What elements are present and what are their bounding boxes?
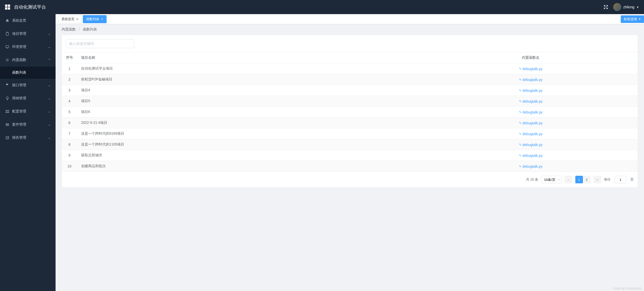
chevron-down-icon: ⌄	[48, 32, 51, 36]
cell-index: 10	[62, 161, 77, 172]
tab-options-button[interactable]: 标签选项 ▼	[621, 15, 644, 23]
cell-name: 项目4	[77, 85, 424, 96]
cell-name: 项目6	[77, 107, 424, 118]
table-row: 9获取总部城市✎debugtalk.py	[62, 150, 638, 161]
user-menu[interactable]: zhilong ▼	[613, 3, 639, 11]
header: 自动化测试平台 zhilong ▼	[0, 0, 644, 14]
cell-index: 3	[62, 85, 77, 96]
close-icon[interactable]: ✕	[101, 17, 103, 21]
function-link[interactable]: ✎debugtalk.py	[519, 143, 542, 147]
page-jump-input[interactable]	[615, 176, 626, 183]
col-header-index: 序号	[62, 52, 77, 63]
function-link[interactable]: ✎debugtalk.py	[519, 89, 542, 93]
sidebar-subitem[interactable]: 函数列表	[0, 67, 56, 79]
function-link[interactable]: ✎debugtalk.py	[519, 99, 542, 103]
pagination-total: 共 20 条	[526, 177, 538, 182]
svg-rect-5	[6, 112, 7, 113]
edit-icon: ✎	[519, 132, 522, 136]
header-left: 自动化测试平台	[5, 4, 46, 10]
function-link[interactable]: ✎debugtalk.py	[519, 154, 542, 158]
sidebar-item-chart[interactable]: 报告管理⌄	[0, 131, 56, 144]
table-row: 2前程贷P2P金融项目✎debugtalk.py	[62, 74, 638, 85]
function-link[interactable]: ✎debugtalk.py	[519, 121, 542, 125]
svg-rect-6	[8, 112, 9, 113]
edit-icon: ✎	[519, 89, 522, 92]
breadcrumb-root[interactable]: 内置函数	[62, 27, 76, 31]
function-link[interactable]: ✎debugtalk.py	[519, 67, 542, 71]
sidebar-item-label: 系统首页	[12, 18, 51, 23]
content-card: 序号 项目名称 内置函数名 1自动化测试平台项目✎debugtalk.py2前程…	[62, 35, 638, 188]
fullscreen-icon[interactable]	[604, 5, 608, 9]
svg-rect-4	[8, 110, 9, 111]
table-row: 5项目6✎debugtalk.py	[62, 107, 638, 118]
edit-icon: ✎	[519, 121, 522, 125]
table-row: 10创建商品和批次✎debugtalk.py	[62, 161, 638, 172]
sidebar-item-label: 配置管理	[12, 109, 48, 114]
svg-rect-0	[6, 33, 8, 35]
table-row: 7这是一个跨时代的9169项目✎debugtalk.py	[62, 128, 638, 139]
home-icon	[5, 18, 10, 23]
page-number-button[interactable]: 1	[575, 176, 583, 183]
watermark: CSDN @YZL40514131	[613, 287, 642, 290]
cell-index: 8	[62, 139, 77, 150]
sidebar-item-monitor[interactable]: 环境管理⌄	[0, 40, 56, 53]
cell-name: 2022-5-21-4项目	[77, 118, 424, 128]
cell-index: 5	[62, 107, 77, 118]
page-size-select[interactable]: 10条/页	[541, 176, 562, 183]
username: zhilong	[623, 5, 634, 9]
function-link[interactable]: ✎debugtalk.py	[519, 110, 542, 114]
svg-rect-8	[6, 125, 9, 126]
chevron-down-icon: ⌄	[48, 123, 51, 126]
table-row: 4项目5✎debugtalk.py	[62, 96, 638, 107]
page-next-button[interactable]: ›	[593, 176, 601, 183]
sidebar-item-gear[interactable]: 内置函数⌄	[0, 53, 56, 67]
tab-label: 系统首页	[61, 17, 75, 21]
bulb-icon	[5, 96, 10, 101]
cell-index: 1	[62, 63, 77, 74]
cell-name: 这是一个跨时代的9169项目	[77, 128, 424, 139]
chevron-down-icon: ⌄	[48, 83, 51, 87]
edit-icon: ✎	[519, 100, 522, 103]
col-header-name: 项目名称	[77, 52, 424, 63]
tabs-bar: 系统首页✕函数列表✕ 标签选项 ▼	[56, 14, 644, 24]
chevron-down-icon: ⌄	[48, 58, 51, 62]
logo-icon[interactable]	[5, 5, 10, 10]
sidebar-item-flag[interactable]: 接口管理⌄	[0, 79, 56, 92]
chevron-down-icon: ⌄	[48, 97, 51, 100]
tab[interactable]: 函数列表✕	[83, 15, 107, 23]
page-prev-button[interactable]: ‹	[565, 176, 572, 183]
cell-name: 前程贷P2P金融项目	[77, 74, 424, 85]
function-link[interactable]: ✎debugtalk.py	[519, 78, 542, 82]
flag-icon	[5, 83, 10, 88]
sidebar-item-clipboard[interactable]: 项目管理⌄	[0, 27, 56, 40]
table-row: 8这是一个跨时代的1105项目✎debugtalk.py	[62, 139, 638, 150]
tab-label: 函数列表	[86, 17, 99, 21]
function-link[interactable]: ✎debugtalk.py	[519, 164, 542, 168]
function-table: 序号 项目名称 内置函数名 1自动化测试平台项目✎debugtalk.py2前程…	[62, 52, 638, 172]
sidebar-item-sliders[interactable]: 配置管理⌄	[0, 105, 56, 118]
pagination-jump-suffix: 页	[630, 177, 634, 182]
edit-icon: ✎	[519, 143, 522, 147]
cell-name: 自动化测试平台项目	[77, 63, 424, 74]
sidebar-item-layers[interactable]: 套件管理⌄	[0, 118, 56, 131]
cell-name: 这是一个跨时代的1105项目	[77, 139, 424, 150]
sidebar-item-label: 环境管理	[12, 45, 48, 49]
sidebar-item-bulb[interactable]: 用例管理⌄	[0, 92, 56, 105]
table-row: 1自动化测试平台项目✎debugtalk.py	[62, 63, 638, 74]
sidebar-item-label: 内置函数	[12, 58, 48, 62]
function-link[interactable]: ✎debugtalk.py	[519, 132, 542, 136]
filter-input[interactable]	[66, 39, 134, 48]
chevron-down-icon: ⌄	[48, 45, 51, 49]
page-number-button[interactable]: 2	[583, 176, 590, 183]
sidebar-item-label: 用例管理	[12, 96, 48, 101]
monitor-icon	[5, 45, 10, 49]
clipboard-icon	[5, 32, 10, 36]
cell-name: 创建商品和批次	[77, 161, 424, 172]
tab[interactable]: 系统首页✕	[58, 15, 82, 23]
sidebar-item-home[interactable]: 系统首页	[0, 14, 56, 27]
cell-name: 项目5	[77, 96, 424, 107]
svg-rect-1	[6, 46, 9, 48]
svg-rect-3	[6, 110, 7, 111]
close-icon[interactable]: ✕	[76, 17, 79, 21]
breadcrumb-current: 函数列表	[83, 27, 97, 31]
